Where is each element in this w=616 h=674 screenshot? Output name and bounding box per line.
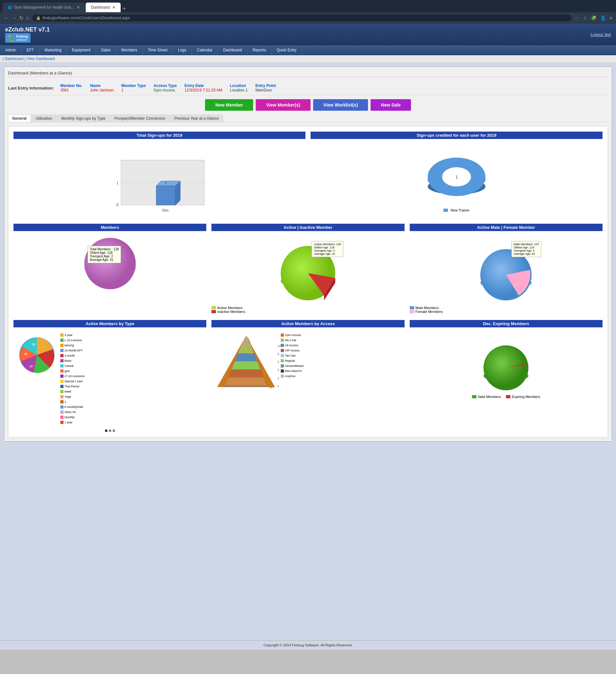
entry-point-value: MainDoor xyxy=(255,88,276,92)
breadcrumb-dashboard[interactable]: | Dashboard xyxy=(3,57,23,61)
forward-button[interactable]: → xyxy=(12,15,17,21)
male-female-pie-wrapper: Male Members: 107 Oldest Age: 118 Younge… xyxy=(410,234,603,304)
charts-row-2: Members xyxy=(13,224,603,314)
nav-equipment[interactable]: Equipment xyxy=(67,45,96,55)
browser-tab-dashboard[interactable]: Dashboard ✕ xyxy=(86,3,121,12)
address-bar[interactable]: 🔒 firebugsoftware.com/eZclub/Users/Dashb… xyxy=(32,14,572,22)
tab-gym-label: Gym Management for health club... xyxy=(14,5,74,10)
nav-calendar[interactable]: Calendar xyxy=(192,45,218,55)
legend-male-color xyxy=(410,306,414,309)
male-female-legend: Male Members Female Members xyxy=(410,306,603,314)
back-button[interactable]: ← xyxy=(4,15,9,21)
male-average: Average Age: 42 xyxy=(514,252,539,255)
member-no-value: 3561 xyxy=(60,88,83,92)
active-by-access-title: Active Members by Access xyxy=(212,320,404,327)
dot-2[interactable] xyxy=(109,429,111,432)
nav-eft[interactable]: EFT xyxy=(21,45,39,55)
active-by-type-section: Active Members by Type xyxy=(13,320,206,432)
legend-valid-color xyxy=(472,395,476,398)
menu-icon[interactable]: ⋯ xyxy=(575,15,579,20)
nav-dashboard[interactable]: Dashboard xyxy=(218,45,247,55)
donut-legend-label: New Trainer xyxy=(451,208,469,212)
svg-text:0: 0 xyxy=(116,203,118,207)
entry-date-label: Entry Date xyxy=(184,84,222,88)
members-total: Total Members : 128 xyxy=(90,247,119,251)
extensions-icon[interactable]: 🧩 xyxy=(591,15,596,20)
breadcrumb-view-dashboard[interactable]: View Dashboard xyxy=(27,57,55,61)
view-worklist-button[interactable]: View Worklist(s) xyxy=(313,99,368,111)
active-inactive-title: Active | Inactive Member xyxy=(212,224,404,231)
app-header: eZclub.NET v7.1 🐛 firebug software Logou… xyxy=(0,24,616,45)
total-signups-title: Total Sign-ups for 2019 xyxy=(13,132,305,139)
nav-reports[interactable]: Reports xyxy=(247,45,271,55)
expiring-pie-chart xyxy=(474,333,538,390)
members-pie-wrapper: Total Members : 128 Oldest Age: 118 Youn… xyxy=(13,234,206,298)
nav-logs[interactable]: Logs xyxy=(173,45,192,55)
app-title: eZclub.NET v7.1 xyxy=(5,26,50,33)
dot-3[interactable] xyxy=(113,429,115,432)
svg-marker-29 xyxy=(235,353,257,361)
new-sale-button[interactable]: New Sale xyxy=(371,99,411,111)
members-pie: Total Members : 128 Oldest Age: 118 Youn… xyxy=(78,236,142,295)
svg-text:2: 2 xyxy=(277,360,279,364)
new-tab-button[interactable]: + xyxy=(123,5,126,12)
access-pyramid-chart: 111 4 2 2 1 1 xyxy=(214,333,278,390)
access-legend-list: Gym Access WL1-Sat All Access VIP Access… xyxy=(281,333,303,390)
browser-nav-icons: ⋯ ☆ 🧩 👤 ≡ xyxy=(575,15,612,20)
legend-expiring-label: Expiring Members xyxy=(512,395,540,399)
logout-link[interactable]: Logout: test xyxy=(591,32,611,37)
bookmark-icon[interactable]: ☆ xyxy=(583,15,587,20)
tab-utilization[interactable]: Utilization xyxy=(31,115,56,122)
male-female-pie: Male Members: 107 Oldest Age: 118 Younge… xyxy=(471,236,541,301)
lock-icon: 🔒 xyxy=(36,16,41,20)
svg-marker-33 xyxy=(224,385,268,387)
active-inactive-legend: Active Members Inactive Members xyxy=(212,306,404,314)
svg-text:1: 1 xyxy=(277,376,279,380)
access-chart-area: 111 4 2 2 1 1 Gym Access WL1-Sat All Acc… xyxy=(212,330,404,393)
view-members-button[interactable]: View Member(s) xyxy=(256,99,310,111)
nav-admin[interactable]: Admin xyxy=(0,45,21,55)
entry-fields: Member No. 3561 Name John Jackson Member… xyxy=(60,84,608,92)
nav-marketing[interactable]: Marketing xyxy=(39,45,67,55)
legend-active-label: Active Members xyxy=(217,306,243,310)
tab-close-active-icon[interactable]: ✕ xyxy=(112,5,116,10)
nav-quickentry[interactable]: Quick Entry xyxy=(271,45,302,55)
legend-active-color xyxy=(212,306,216,309)
nav-sales[interactable]: Sales xyxy=(96,45,116,55)
charts-row-1: Total Sign-ups for 2019 xyxy=(13,132,603,217)
charts-container: Total Sign-ups for 2019 xyxy=(8,126,608,437)
tab-monthly-signups[interactable]: Monthly Sign-ups by Type xyxy=(57,115,110,122)
nav-timesheet[interactable]: Time Sheet xyxy=(143,45,173,55)
svg-text:1: 1 xyxy=(165,181,167,185)
panel-title: Dashboard (Members at a Glance) xyxy=(8,71,608,77)
entry-location: Location Location 1 xyxy=(230,84,248,92)
refresh-button[interactable]: ↻ xyxy=(19,15,23,21)
pagination-dots xyxy=(13,429,206,432)
home-button[interactable]: ⌂ xyxy=(26,15,29,21)
male-youngest: Youngest Age: 2 xyxy=(514,249,539,252)
nav-members[interactable]: Members xyxy=(116,45,143,55)
tab-prospect-conversion[interactable]: Prospect/Member Conversion xyxy=(110,115,170,122)
dot-1[interactable] xyxy=(105,429,108,432)
active-oldest: Oldest Age: 118 xyxy=(314,246,341,249)
active-inactive-pie: Active Members: 125 Oldest Age: 118 Youn… xyxy=(273,236,343,301)
svg-text:4: 4 xyxy=(277,352,279,356)
members-pie-chart xyxy=(78,236,142,294)
expiring-legend: Valid Members Expiring Members xyxy=(410,395,603,399)
tab-close-icon[interactable]: ✕ xyxy=(77,5,80,10)
tab-general[interactable]: General xyxy=(8,115,31,122)
browser-tab-gym[interactable]: 🌐 Gym Management for health club... ✕ xyxy=(3,3,85,12)
legend-female: Female Members xyxy=(410,310,603,314)
legend-valid: Valid Members xyxy=(472,395,501,399)
legend-female-color xyxy=(410,310,414,313)
settings-icon[interactable]: ≡ xyxy=(610,15,612,20)
profile-icon[interactable]: 👤 xyxy=(600,15,606,20)
legend-active: Active Members xyxy=(212,306,404,310)
new-member-button[interactable]: New Member xyxy=(205,99,253,111)
tab-previous-year[interactable]: Previous Year at a Glance xyxy=(170,115,223,122)
type-chart-area: 12 16 32 3 year L-10 Lessons tanning 24 … xyxy=(13,330,206,428)
svg-rect-3 xyxy=(156,186,175,205)
donut-legend-color xyxy=(444,209,448,212)
type-pie-chart: 12 16 32 xyxy=(16,333,58,377)
app-logo: eZclub.NET v7.1 🐛 firebug software xyxy=(5,26,50,43)
